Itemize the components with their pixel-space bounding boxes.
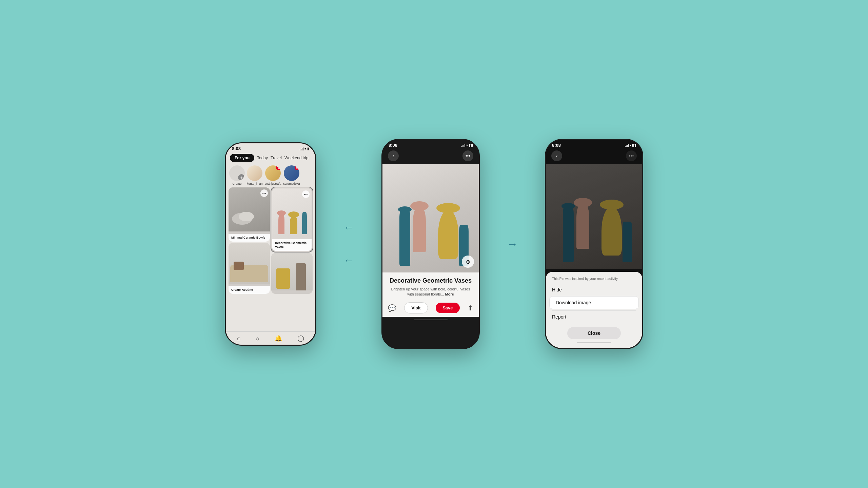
pin-art[interactable] [271, 253, 313, 294]
phone3-pin-image [546, 164, 642, 269]
close-button[interactable]: Close [567, 327, 621, 339]
save-button[interactable]: Save [436, 303, 459, 313]
phone2-pin-image: ⊕ [382, 164, 479, 272]
pin-col-left: Minimal Ceramic Bowls ••• Create Routine [229, 187, 270, 303]
story-item-yeah[interactable]: 2 yeahjustrafa [265, 165, 281, 185]
pin-room[interactable]: Create Routine [229, 243, 270, 294]
pin-detail-description: Brighten up your space with bold, colorf… [388, 287, 473, 297]
bell-icon: 🔔 [275, 334, 282, 342]
profile-icon: ◯ [297, 334, 304, 342]
phone3-time: 8:08 [552, 143, 561, 148]
phone2-time: 8:08 [389, 143, 397, 148]
pin-vases-more[interactable]: ••• [302, 190, 310, 198]
pin-detail-title: Decorative Geometric Vases [388, 277, 473, 285]
wifi-icon-3: ▾ [630, 143, 631, 147]
sheet-subtitle: This Pin was inspired by your recent act… [546, 277, 642, 284]
signal-icon [300, 147, 303, 150]
sato-badge: 5 [295, 165, 299, 170]
phone3-more-button[interactable]: ••• [626, 150, 637, 161]
phone2-status-icons: ▾ ▮ [461, 143, 473, 147]
battery-icon-3: ▮ [632, 144, 636, 147]
nav-notifications[interactable]: 🔔 [275, 334, 282, 342]
pin-ceramic-more[interactable]: ••• [260, 189, 268, 197]
nav-search[interactable]: ⌕ [256, 335, 259, 342]
phone2-status-bar: 8:08 ▾ ▮ [382, 140, 479, 149]
arrow-right: → [507, 238, 518, 250]
story-item-create[interactable]: + Create [229, 165, 245, 185]
art-yellow [276, 268, 290, 289]
pin-ceramic-bottom: Minimal Ceramic Bowls [229, 234, 270, 242]
tab-weekend[interactable]: Weekend trip [284, 156, 308, 160]
phone3-back-button[interactable]: ‹ [551, 150, 562, 161]
nav-home[interactable]: ⌂ [237, 335, 241, 342]
phone2-home-indicator [414, 319, 448, 320]
kenta-label: kenta_iman [247, 182, 263, 185]
phone2-header: ‹ ••• [382, 149, 479, 164]
wifi-icon-2: ▾ [466, 143, 468, 147]
pin-more-link[interactable]: More [445, 292, 454, 296]
tab-today[interactable]: Today [257, 156, 268, 160]
visit-button[interactable]: Visit [404, 302, 428, 313]
phone1-stories: + Create kenta_iman 2 yeahjustrafa 5 [226, 163, 315, 187]
tab-for-you[interactable]: For you [230, 154, 254, 162]
bowl-shape-2 [239, 212, 254, 221]
pin-vases[interactable]: Decorative Geometric Vases ••• [271, 187, 313, 252]
signal-icon-2 [461, 144, 465, 147]
pin-room-title: Create Routine [231, 288, 267, 292]
sato-avatar: 5 [284, 165, 299, 181]
vase3-pink [576, 205, 589, 249]
more-button[interactable]: ••• [462, 150, 473, 161]
art-person [296, 263, 306, 290]
camera-search-button[interactable]: ⊕ [462, 256, 474, 268]
pin-grid: Minimal Ceramic Bowls ••• Create Routine [226, 187, 315, 303]
art-image [271, 253, 313, 290]
phone1-status-bar: 8:08 ▾ ▮ [226, 143, 315, 152]
arrow-group-1: ← ← [343, 221, 354, 267]
story-item-kenta[interactable]: kenta_iman [247, 165, 263, 185]
phone1-nav: ⌂ ⌕ 🔔 ◯ [226, 331, 315, 345]
dots-button[interactable]: ••• [260, 189, 268, 197]
phone1: 8:08 ▾ ▮ For you Today Travel Weekend tr… [225, 142, 316, 346]
pin-col-right: Decorative Geometric Vases ••• [271, 187, 313, 303]
story-item-sato[interactable]: 5 satomadoka [283, 165, 300, 185]
phone2: 8:08 ▾ ▮ ‹ ••• ⊕ [381, 139, 480, 349]
vase-teal-small [302, 212, 307, 234]
phone2-actions: 💬 Visit Save ⬆ [382, 300, 479, 317]
share-icon[interactable]: ⬆ [468, 304, 473, 312]
back-button[interactable]: ‹ [388, 150, 399, 161]
signal-icon-3 [625, 144, 629, 147]
vases-dots-button[interactable]: ••• [302, 190, 310, 198]
comment-icon[interactable]: 💬 [388, 304, 396, 312]
bottom-sheet: This Pin was inspired by your recent act… [546, 272, 642, 348]
sato-label: satomadoka [283, 182, 300, 185]
phone3-home-indicator [577, 342, 611, 343]
phones-container: 8:08 ▾ ▮ For you Today Travel Weekend tr… [225, 139, 643, 349]
plus-icon: + [238, 174, 245, 181]
sheet-item-download[interactable]: Download image [549, 296, 639, 309]
phone2-info: Decorative Geometric Vases Brighten up y… [382, 272, 479, 300]
phone3-header: ‹ ••• [546, 149, 642, 164]
pin-ceramic-title: Minimal Ceramic Bowls [231, 236, 267, 240]
room-image [229, 243, 270, 284]
pin-ceramic-bowls[interactable]: Minimal Ceramic Bowls ••• [229, 187, 270, 242]
vase3-teal-right [623, 222, 632, 262]
vase-pink-small [278, 214, 284, 234]
vase-yellow-large [438, 210, 458, 259]
arrow-bottom: ← [343, 254, 354, 267]
wifi-icon: ▾ [304, 147, 306, 150]
tab-travel[interactable]: Travel [271, 156, 282, 160]
create-label: Create [232, 182, 241, 185]
search-icon: ⌕ [256, 335, 259, 342]
phone1-time: 8:08 [232, 146, 241, 151]
pin-vases-bottom: Decorative Geometric Vases [272, 239, 312, 251]
kenta-avatar [247, 165, 262, 181]
nav-profile[interactable]: ◯ [297, 334, 304, 342]
phone3-status-icons: ▾ ▮ [625, 143, 636, 147]
sheet-item-report[interactable]: Report [546, 311, 642, 323]
sheet-item-hide[interactable]: Hide [546, 284, 642, 296]
phone3-status-bar: 8:08 ▾ ▮ [546, 140, 642, 149]
room-pillow [234, 262, 244, 270]
vase-pink-large [413, 208, 426, 252]
camera-icon: ⊕ [466, 259, 470, 265]
phone3: 8:08 ▾ ▮ ‹ ••• [545, 139, 643, 349]
